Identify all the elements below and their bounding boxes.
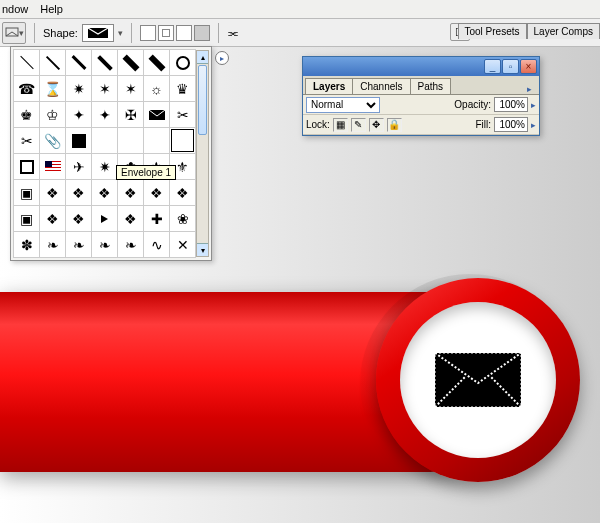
shape-cell-plane[interactable]: ✈ bbox=[66, 154, 91, 179]
shape-cell-line-thick[interactable] bbox=[92, 50, 117, 75]
shape-combine-icons[interactable] bbox=[140, 25, 210, 41]
shape-cell-shape-x[interactable]: ✕ bbox=[170, 232, 195, 257]
shape-cell-line-med[interactable] bbox=[66, 50, 91, 75]
shape-cell-tile9[interactable]: ❖ bbox=[118, 206, 143, 231]
shape-cell-leaf2[interactable]: ❧ bbox=[66, 232, 91, 257]
lock-transparent-icon[interactable]: ▦ bbox=[333, 118, 348, 132]
ring-inner-white bbox=[400, 302, 556, 458]
scroll-thumb[interactable] bbox=[198, 65, 207, 135]
shape-swatch[interactable] bbox=[82, 24, 114, 42]
lock-label: Lock: bbox=[306, 119, 330, 130]
shape-cell-crown-q[interactable]: ♛ bbox=[170, 76, 195, 101]
minimize-icon[interactable]: _ bbox=[484, 59, 501, 74]
close-icon[interactable]: × bbox=[520, 59, 537, 74]
shape-label: Shape: bbox=[43, 27, 78, 39]
palette-tabs: Layers Channels Paths ▸ bbox=[303, 76, 539, 95]
shape-tooltip: Envelope 1 bbox=[116, 165, 176, 180]
shape-cell-empty[interactable] bbox=[144, 128, 169, 153]
menu-window[interactable]: ndow bbox=[2, 3, 28, 15]
shape-cell-cross-sq[interactable]: ✚ bbox=[144, 206, 169, 231]
fill-label: Fill: bbox=[475, 119, 491, 130]
link-icon[interactable]: ⫘ bbox=[227, 26, 239, 40]
shape-cell-scissors[interactable]: ✂ bbox=[170, 102, 195, 127]
shape-cell-tile2[interactable]: ❖ bbox=[66, 180, 91, 205]
shape-cell-tile3[interactable]: ❖ bbox=[92, 180, 117, 205]
shape-cell-sq-orn[interactable]: ▣ bbox=[14, 180, 39, 205]
red-ring bbox=[376, 278, 580, 482]
palette-titlebar[interactable]: _ ▫ × bbox=[303, 57, 539, 76]
shape-cell-leaf1[interactable]: ❧ bbox=[40, 232, 65, 257]
shape-cell-star-cross[interactable]: ✠ bbox=[118, 102, 143, 127]
shape-cell-star-sym2[interactable]: ✦ bbox=[92, 102, 117, 127]
opacity-step-icon[interactable]: ▸ bbox=[531, 100, 536, 110]
shape-cell-tile8[interactable]: ❖ bbox=[66, 206, 91, 231]
tab-tool-presets[interactable]: Tool Presets bbox=[458, 23, 527, 39]
shape-cell-blackbox[interactable] bbox=[66, 128, 91, 153]
shape-cell-clip[interactable]: 📎 bbox=[40, 128, 65, 153]
shape-cell-line-xthick[interactable] bbox=[144, 50, 169, 75]
lock-all-icon[interactable]: 🔒 bbox=[387, 118, 402, 132]
shape-cell-crown-k[interactable]: ♚ bbox=[14, 102, 39, 127]
shape-cell-empty[interactable] bbox=[118, 128, 143, 153]
shape-cell-empty[interactable] bbox=[170, 128, 195, 153]
scroll-up-icon[interactable]: ▴ bbox=[197, 51, 208, 64]
lock-pixels-icon[interactable]: ✎ bbox=[351, 118, 366, 132]
tab-paths[interactable]: Paths bbox=[410, 78, 452, 94]
envelope-shape[interactable] bbox=[433, 351, 523, 409]
shape-cell-tile6[interactable]: ❖ bbox=[170, 180, 195, 205]
lock-position-icon[interactable]: ✥ bbox=[369, 118, 384, 132]
fill-step-icon[interactable]: ▸ bbox=[531, 120, 536, 130]
shape-cell-sq-orn2[interactable]: ▣ bbox=[14, 206, 39, 231]
shape-cell-square-o[interactable] bbox=[14, 154, 39, 179]
scrollbar[interactable]: ▴ ▾ bbox=[196, 50, 209, 257]
menubar: ndow Help bbox=[0, 0, 600, 19]
shape-cell-circle-o[interactable] bbox=[170, 50, 195, 75]
tab-channels[interactable]: Channels bbox=[352, 78, 410, 94]
combine-subtract-icon[interactable] bbox=[176, 25, 192, 41]
shape-cell-starburst[interactable]: ✷ bbox=[92, 154, 117, 179]
shape-dropdown-arrow[interactable]: ▾ bbox=[118, 28, 123, 38]
palette-menu-icon[interactable]: ▸ bbox=[523, 84, 539, 94]
shape-cell-hourglass[interactable]: ⌛ bbox=[40, 76, 65, 101]
tab-layer-comps[interactable]: Layer Comps bbox=[527, 23, 600, 39]
shape-cell-tri-r[interactable] bbox=[92, 206, 117, 231]
picker-flyout-icon[interactable]: ▸ bbox=[215, 51, 229, 65]
shape-cell-tile5[interactable]: ❖ bbox=[144, 180, 169, 205]
shape-cell-star-sym[interactable]: ✦ bbox=[66, 102, 91, 127]
shape-cell-line[interactable] bbox=[40, 50, 65, 75]
shape-cell-phone[interactable]: ☎ bbox=[14, 76, 39, 101]
shape-cell-envelope[interactable] bbox=[144, 102, 169, 127]
shape-cell-asterisk[interactable]: ✽ bbox=[14, 232, 39, 257]
shape-cell-leaf4[interactable]: ❧ bbox=[118, 232, 143, 257]
shape-cell-scissors-open[interactable]: ✂ bbox=[14, 128, 39, 153]
shape-grid: ☎⌛✷✶✶☼♛♚♔✦✦✠✂✂📎✈✷✿⚜⚜▣❖❖❖❖❖❖▣❖❖❖✚❀✽❧❧❧❧∿✕ bbox=[13, 49, 196, 258]
combine-intersect-icon[interactable] bbox=[194, 25, 210, 41]
opacity-label: Opacity: bbox=[454, 99, 491, 110]
shape-cell-line-xthick[interactable] bbox=[118, 50, 143, 75]
collapse-icon[interactable]: ▫ bbox=[502, 59, 519, 74]
shape-cell-empty[interactable] bbox=[92, 128, 117, 153]
tab-layers[interactable]: Layers bbox=[305, 78, 353, 94]
shape-cell-sunburst[interactable]: ☼ bbox=[144, 76, 169, 101]
fill-input[interactable]: 100% bbox=[494, 117, 528, 132]
shape-cell-crown-ch[interactable]: ♔ bbox=[40, 102, 65, 127]
blend-mode-select[interactable]: Normal bbox=[306, 97, 380, 113]
shape-cell-clover[interactable]: ❀ bbox=[170, 206, 195, 231]
shape-cell-tile7[interactable]: ❖ bbox=[40, 206, 65, 231]
shape-cell-star-6[interactable]: ✶ bbox=[118, 76, 143, 101]
shape-cell-tile4[interactable]: ❖ bbox=[118, 180, 143, 205]
shape-cell-leaf3[interactable]: ❧ bbox=[92, 232, 117, 257]
combine-add-icon[interactable] bbox=[158, 25, 174, 41]
menu-help[interactable]: Help bbox=[40, 3, 63, 15]
opacity-input[interactable]: 100% bbox=[494, 97, 528, 112]
scroll-down-icon[interactable]: ▾ bbox=[197, 243, 208, 256]
shape-cell-bat-star[interactable]: ✷ bbox=[66, 76, 91, 101]
combine-new-icon[interactable] bbox=[140, 25, 156, 41]
shape-cell-swirl[interactable]: ∿ bbox=[144, 232, 169, 257]
shape-cell-line-thin[interactable] bbox=[14, 50, 39, 75]
shape-cell-star-thin[interactable]: ✶ bbox=[92, 76, 117, 101]
canvas-artwork bbox=[0, 288, 600, 523]
shape-cell-tile1[interactable]: ❖ bbox=[40, 180, 65, 205]
shape-cell-flag[interactable] bbox=[40, 154, 65, 179]
tool-preset-picker[interactable]: ▾ bbox=[2, 22, 26, 44]
